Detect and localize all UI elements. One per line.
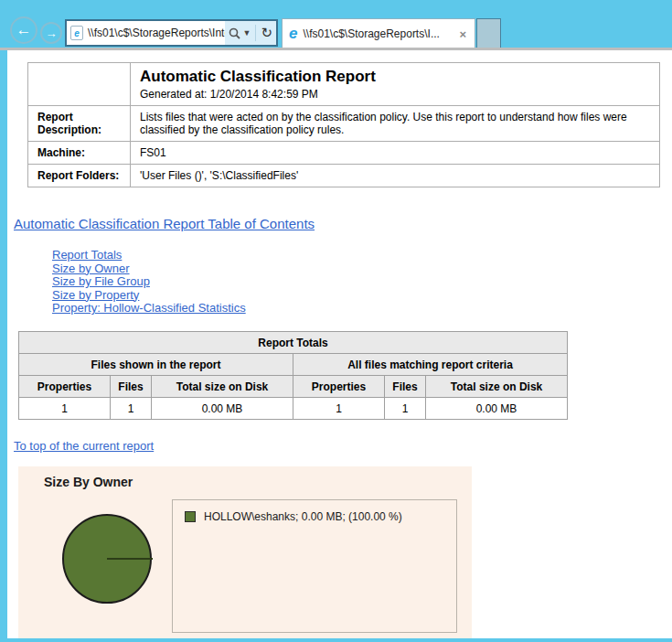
- toc-link-size-by-file-group[interactable]: Size by File Group: [52, 275, 246, 289]
- machine-value: FS01: [131, 142, 660, 165]
- address-bar-controls: ▼ ↻: [225, 21, 277, 45]
- table-row: Machine: FS01: [28, 142, 660, 165]
- report-folders-label: Report Folders:: [28, 165, 131, 187]
- tab-title: \\fs01\c$\StorageReports\I...: [303, 27, 452, 40]
- page-icon: e: [70, 26, 83, 40]
- cell-properties-shown: 1: [19, 398, 111, 420]
- table-row: Report Folders: 'User Files ()', 'S:\Cla…: [28, 165, 660, 187]
- legend-swatch-icon: [185, 511, 196, 522]
- logo-cell: [28, 63, 131, 106]
- new-tab-button[interactable]: [476, 18, 501, 48]
- chevron-down-icon[interactable]: ▼: [243, 28, 251, 37]
- legend-label: HOLLOW\eshanks; 0.00 MB; (100.00 %): [204, 510, 402, 523]
- ie-logo-icon: e: [289, 25, 297, 43]
- url-text[interactable]: \\fs01\c$\StorageReports\Inter: [83, 27, 225, 39]
- cell-properties-matching: 1: [293, 398, 385, 420]
- back-icon: ←: [16, 21, 32, 39]
- toc-list: Report Totals Size by Owner Size by File…: [52, 249, 246, 316]
- pie-slice-boundary: [107, 558, 153, 560]
- toc-link-property-hollow-classified[interactable]: Property: Hollow-Classified Statistics: [52, 302, 246, 316]
- col-header-files: Files: [385, 376, 426, 398]
- cell-size-matching: 0.00 MB: [426, 398, 568, 420]
- cell-files-shown: 1: [111, 398, 152, 420]
- report-description-value: Lists files that were acted on by the cl…: [131, 106, 660, 142]
- machine-label: Machine:: [28, 142, 131, 165]
- group-header-matching: All files matching report criteria: [293, 354, 568, 376]
- group-header-shown: Files shown in the report: [19, 354, 293, 376]
- back-button[interactable]: ←: [10, 16, 37, 44]
- forward-icon: →: [46, 27, 58, 40]
- browser-chrome: ← → e \\fs01\c$\StorageReports\Inter ▼ ↻…: [0, 0, 672, 48]
- col-header-files: Files: [111, 376, 152, 398]
- toc-title-link[interactable]: Automatic Classification Report Table of…: [14, 216, 315, 231]
- page-title: Automatic Classification Report: [140, 68, 650, 86]
- chart-legend: HOLLOW\eshanks; 0.00 MB; (100.00 %): [172, 499, 457, 633]
- col-header-properties: Properties: [293, 376, 385, 398]
- cell-size-shown: 0.00 MB: [152, 398, 293, 420]
- table-row: 1 1 0.00 MB 1 1 0.00 MB: [19, 398, 568, 420]
- address-bar[interactable]: e \\fs01\c$\StorageReports\Inter ▼ ↻: [65, 19, 278, 47]
- report-folders-value: 'User Files ()', 'S:\ClassifiedFiles': [131, 165, 660, 187]
- forward-button[interactable]: →: [40, 22, 62, 44]
- col-header-properties: Properties: [19, 376, 111, 398]
- browser-tab[interactable]: e \\fs01\c$\StorageReports\I... ×: [282, 18, 475, 48]
- search-icon[interactable]: [229, 27, 240, 39]
- close-icon[interactable]: ×: [457, 27, 468, 41]
- legend-item: HOLLOW\eshanks; 0.00 MB; (100.00 %): [185, 510, 456, 523]
- table-row: Report Description: Lists files that wer…: [28, 106, 660, 142]
- col-header-total-size: Total size on Disk: [426, 376, 568, 398]
- report-description-label: Report Description:: [28, 106, 131, 142]
- toc-link-size-by-owner[interactable]: Size by Owner: [52, 262, 246, 276]
- report-totals-title: Report Totals: [19, 332, 568, 354]
- title-cell: Automatic Classification Report Generate…: [131, 63, 660, 106]
- refresh-icon[interactable]: ↻: [261, 25, 272, 41]
- toc-link-size-by-property[interactable]: Size by Property: [52, 289, 246, 303]
- report-totals-table: Report Totals Files shown in the report …: [18, 331, 568, 420]
- cell-files-matching: 1: [385, 398, 426, 420]
- section-heading: Size By Owner: [44, 475, 133, 489]
- report-header-table: Automatic Classification Report Generate…: [27, 62, 660, 187]
- size-by-owner-section: Size By Owner HOLLOW\eshanks; 0.00 MB; (…: [18, 466, 472, 638]
- toc-link-report-totals[interactable]: Report Totals: [52, 249, 246, 262]
- to-top-link[interactable]: To top of the current report: [14, 439, 154, 453]
- divider: [255, 25, 256, 41]
- generated-timestamp: Generated at: 1/20/2014 8:42:59 PM: [140, 88, 650, 101]
- col-header-total-size: Total size on Disk: [152, 376, 293, 398]
- report-page: Automatic Classification Report Generate…: [7, 50, 672, 638]
